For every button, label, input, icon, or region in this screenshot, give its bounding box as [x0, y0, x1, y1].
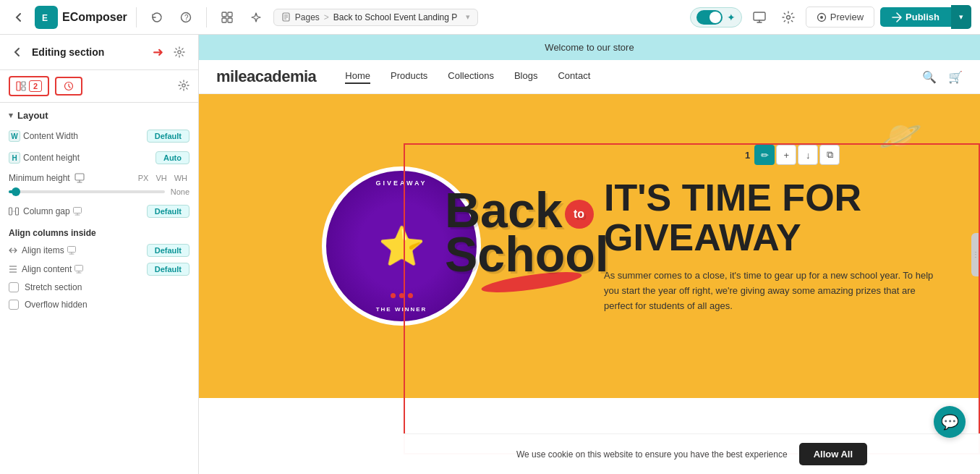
align-items-row: Align items Default [9, 241, 189, 260]
section-toolbar: 1 ✏ + ↓ ⧉ [745, 145, 840, 165]
deco-planet-icon: 🪐 [879, 116, 922, 159]
logo-text: EComposer [62, 11, 127, 24]
magic-button[interactable] [244, 6, 268, 29]
copy-section-button[interactable]: ⧉ [819, 145, 840, 165]
content-height-value[interactable]: Auto [155, 151, 189, 164]
column-gap-value[interactable]: Default [147, 205, 189, 218]
cart-nav-icon[interactable]: 🛒 [948, 70, 963, 84]
min-height-slider[interactable] [9, 190, 165, 193]
logo-icon: E [35, 6, 58, 29]
svg-rect-19 [22, 87, 25, 90]
panel-content: ▾ Layout W Content Width Default H Conte… [0, 103, 198, 474]
align-content-monitor-icon [74, 265, 83, 274]
stretch-section-checkbox[interactable] [9, 282, 19, 292]
website-preview: Welcome to our store mileacademia Home P… [199, 35, 980, 474]
grid-button[interactable] [216, 6, 239, 29]
panel-title: Editing section [32, 46, 144, 58]
resize-handle[interactable]: ⋮ [971, 233, 980, 276]
divider-1 [136, 7, 137, 27]
nav-products[interactable]: Products [391, 70, 427, 84]
column-gap-label: Column gap [23, 206, 142, 216]
nav-links: Home Products Collections Blogs Contact [345, 70, 590, 84]
breadcrumb-separator: > [324, 12, 329, 22]
desktop-view-button[interactable] [748, 6, 771, 29]
content-width-value[interactable]: Default [147, 130, 189, 143]
slider-row: None [9, 187, 189, 196]
nav-blogs[interactable]: Blogs [514, 70, 538, 84]
column-gap-row: Column gap Default [9, 200, 189, 222]
allow-all-button[interactable]: Allow All [799, 443, 867, 465]
layout-section-title: Layout [17, 110, 48, 121]
svg-rect-24 [16, 208, 19, 215]
mode-toggle[interactable] [696, 10, 723, 25]
svg-rect-18 [22, 82, 25, 85]
overflow-hidden-label: Overflow hidden [25, 300, 88, 310]
publish-button-group: Publish ▾ [880, 5, 971, 29]
align-items-value[interactable]: Default [147, 244, 189, 257]
badge-star-icon: ⭐ [378, 224, 425, 268]
edit-section-button[interactable]: ✏ [754, 145, 775, 165]
preview-label: Preview [830, 12, 864, 22]
slider-thumb[interactable] [12, 187, 20, 196]
section-number-label: 1 [745, 150, 750, 161]
svg-text:E: E [42, 13, 48, 23]
settings-button[interactable] [777, 6, 800, 29]
svg-text:?: ? [184, 14, 189, 22]
history-button[interactable] [145, 6, 169, 29]
panel-back-button[interactable] [9, 43, 26, 61]
add-section-button[interactable]: + [776, 145, 796, 165]
stretch-section-label: Stretch section [25, 282, 82, 292]
badge-winner-text: THE WINNER [376, 306, 427, 313]
nav-contact[interactable]: Contact [558, 70, 590, 84]
align-content-value[interactable]: Default [147, 263, 189, 276]
layout-chevron: ▾ [9, 111, 13, 120]
publish-dropdown-button[interactable]: ▾ [951, 5, 971, 29]
tab-layout[interactable]: 2 [9, 76, 49, 96]
back-button[interactable] [9, 7, 29, 27]
content-width-letter: W [9, 130, 20, 142]
top-toolbar: E EComposer ? Pages > Back to School Eve… [0, 0, 980, 35]
hero-subtitle: As summer comes to a close, it's time to… [604, 268, 937, 313]
history-tab-icon [64, 81, 74, 91]
tab-history[interactable] [55, 77, 82, 96]
svg-rect-4 [222, 12, 226, 17]
help-button[interactable]: ? [174, 6, 197, 29]
hero-title: IT'S TIME FOR GIVEAWAY [604, 178, 951, 257]
svg-rect-17 [17, 82, 20, 90]
overflow-hidden-row: Overflow hidden [9, 296, 189, 313]
min-height-row: Minimum height PX VH WH None [9, 169, 189, 200]
announce-text: Welcome to our store [545, 42, 634, 53]
badge-giveaway-text: GIVEAWAY [375, 179, 427, 187]
panel-gear-icon[interactable] [178, 80, 189, 93]
svg-rect-31 [75, 266, 83, 271]
divider-2 [206, 7, 207, 27]
align-items-label: Align items [22, 245, 142, 255]
canvas-area: Welcome to our store mileacademia Home P… [199, 35, 980, 474]
red-arrow-icon: ➜ [153, 44, 163, 60]
nav-home[interactable]: Home [345, 70, 370, 84]
search-nav-icon[interactable]: 🔍 [922, 70, 937, 84]
min-height-units: PX VH WH [136, 173, 189, 183]
stretch-section-row: Stretch section [9, 279, 189, 296]
breadcrumb[interactable]: Pages > Back to School Event Landing P ▾ [273, 9, 479, 26]
site-logo: mileacademia [216, 67, 316, 86]
move-down-button[interactable]: ↓ [798, 145, 818, 165]
panel-settings-icon[interactable] [169, 42, 189, 62]
to-badge: to [565, 200, 594, 229]
layout-tab-icon [16, 81, 26, 91]
nav-collections[interactable]: Collections [448, 70, 494, 84]
chat-widget[interactable]: 💬 [934, 406, 966, 438]
hero-left: GIVEAWAY ⭐ THE WINNER [228, 166, 575, 326]
preview-button[interactable]: Preview [806, 7, 874, 27]
column-gap-icon [9, 206, 19, 216]
logo-area: E EComposer [35, 6, 127, 29]
align-content-row: Align content Default [9, 260, 189, 279]
content-width-row: W Content Width Default [9, 125, 189, 147]
publish-button[interactable]: Publish [880, 7, 951, 27]
svg-rect-7 [228, 18, 232, 22]
breadcrumb-dropdown-icon[interactable]: ▾ [466, 12, 470, 22]
layout-section-header[interactable]: ▾ Layout [9, 103, 189, 125]
svg-rect-26 [73, 208, 81, 213]
toggle-knob [710, 12, 721, 23]
overflow-hidden-checkbox[interactable] [9, 300, 19, 310]
